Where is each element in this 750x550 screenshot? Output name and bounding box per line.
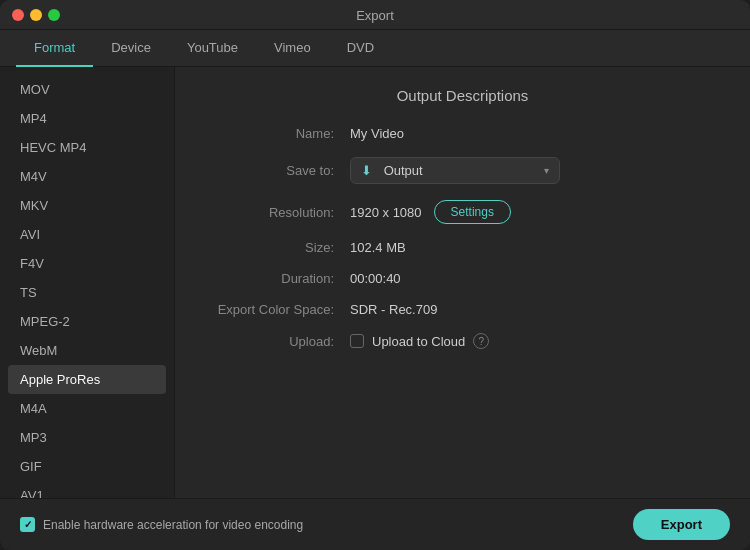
minimize-button[interactable]: [30, 9, 42, 21]
color-space-label: Export Color Space:: [205, 302, 350, 317]
sidebar-item-hevc-mp4[interactable]: HEVC MP4: [0, 133, 174, 162]
sidebar-item-mp3[interactable]: MP3: [0, 423, 174, 452]
duration-value: 00:00:40: [350, 271, 401, 286]
size-label: Size:: [205, 240, 350, 255]
resolution-controls: 1920 x 1080 Settings: [350, 200, 511, 224]
upload-cloud-label: Upload to Cloud: [372, 334, 465, 349]
export-button[interactable]: Export: [633, 509, 730, 540]
tab-vimeo[interactable]: Vimeo: [256, 30, 329, 67]
save-label: Save to:: [205, 163, 350, 178]
duration-row: Duration: 00:00:40: [205, 271, 720, 286]
sidebar-item-f4v[interactable]: F4V: [0, 249, 174, 278]
format-sidebar: MOV MP4 HEVC MP4 M4V MKV AVI F4V TS MPEG…: [0, 67, 175, 498]
tab-device[interactable]: Device: [93, 30, 169, 67]
tab-youtube[interactable]: YouTube: [169, 30, 256, 67]
hw-accel-row: Enable hardware acceleration for video e…: [20, 517, 303, 532]
name-row: Name: My Video: [205, 126, 720, 141]
sidebar-item-mpeg2[interactable]: MPEG-2: [0, 307, 174, 336]
output-icon: ⬇: [361, 163, 376, 178]
sidebar-item-m4v[interactable]: M4V: [0, 162, 174, 191]
traffic-lights: [12, 9, 60, 21]
hw-accel-label: Enable hardware acceleration for video e…: [43, 518, 303, 532]
hw-accel-checkbox[interactable]: [20, 517, 35, 532]
help-icon[interactable]: ?: [473, 333, 489, 349]
color-space-row: Export Color Space: SDR - Rec.709: [205, 302, 720, 317]
resolution-label: Resolution:: [205, 205, 350, 220]
resolution-value: 1920 x 1080: [350, 205, 422, 220]
section-title: Output Descriptions: [205, 87, 720, 104]
tab-format[interactable]: Format: [16, 30, 93, 67]
tab-bar: Format Device YouTube Vimeo DVD: [0, 30, 750, 67]
color-space-value: SDR - Rec.709: [350, 302, 437, 317]
title-bar: Export: [0, 0, 750, 30]
close-button[interactable]: [12, 9, 24, 21]
tab-dvd[interactable]: DVD: [329, 30, 392, 67]
sidebar-item-mp4[interactable]: MP4: [0, 104, 174, 133]
save-to-dropdown[interactable]: ⬇ Output ▾: [350, 157, 560, 184]
sidebar-item-apple-prores[interactable]: Apple ProRes: [8, 365, 166, 394]
upload-label: Upload:: [205, 334, 350, 349]
upload-controls: Upload to Cloud ?: [350, 333, 489, 349]
sidebar-item-mkv[interactable]: MKV: [0, 191, 174, 220]
sidebar-item-av1[interactable]: AV1: [0, 481, 174, 498]
upload-cloud-checkbox[interactable]: [350, 334, 364, 348]
duration-label: Duration:: [205, 271, 350, 286]
resolution-row: Resolution: 1920 x 1080 Settings: [205, 200, 720, 224]
name-label: Name:: [205, 126, 350, 141]
footer: Enable hardware acceleration for video e…: [0, 498, 750, 550]
window-title: Export: [356, 8, 394, 23]
sidebar-item-m4a[interactable]: M4A: [0, 394, 174, 423]
size-row: Size: 102.4 MB: [205, 240, 720, 255]
name-value: My Video: [350, 126, 404, 141]
sidebar-item-webm[interactable]: WebM: [0, 336, 174, 365]
main-panel: Output Descriptions Name: My Video Save …: [175, 67, 750, 498]
sidebar-item-ts[interactable]: TS: [0, 278, 174, 307]
save-to-value: Output: [384, 163, 423, 178]
upload-row: Upload: Upload to Cloud ?: [205, 333, 720, 349]
content-area: MOV MP4 HEVC MP4 M4V MKV AVI F4V TS MPEG…: [0, 67, 750, 498]
sidebar-item-avi[interactable]: AVI: [0, 220, 174, 249]
sidebar-item-mov[interactable]: MOV: [0, 75, 174, 104]
maximize-button[interactable]: [48, 9, 60, 21]
export-window: Export Format Device YouTube Vimeo DVD M…: [0, 0, 750, 550]
size-value: 102.4 MB: [350, 240, 406, 255]
save-row: Save to: ⬇ Output ▾: [205, 157, 720, 184]
settings-button[interactable]: Settings: [434, 200, 511, 224]
chevron-down-icon: ▾: [544, 165, 549, 176]
sidebar-item-gif[interactable]: GIF: [0, 452, 174, 481]
